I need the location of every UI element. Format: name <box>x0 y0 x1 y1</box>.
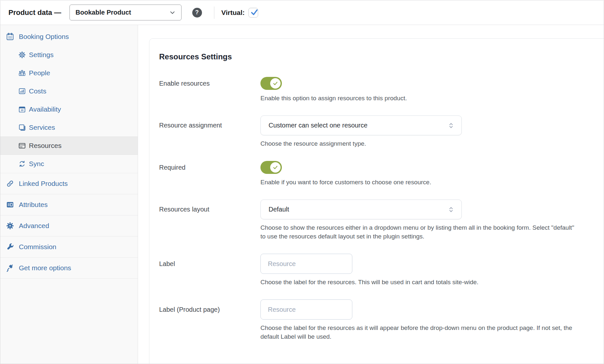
product-type-select[interactable]: Bookable Product <box>69 5 182 20</box>
sidebar-item-settings[interactable]: Settings <box>0 46 138 64</box>
sync-icon <box>18 160 26 168</box>
gear-solid-icon <box>6 222 14 230</box>
calendar-icon <box>6 32 14 41</box>
label-row: Label Choose the label for the resources… <box>159 254 604 286</box>
label-label: Label <box>159 254 260 274</box>
window-stack-icon <box>18 124 26 131</box>
resource-assignment-description: Choose the resource assignment type. <box>260 139 580 148</box>
help-icon-glyph: ? <box>195 9 199 16</box>
people-icon <box>18 69 26 77</box>
sidebar-item-label: Advanced <box>19 222 49 230</box>
resource-assignment-row: Resource assignment Customer can select … <box>159 115 604 148</box>
enable-resources-toggle[interactable] <box>260 77 282 90</box>
enable-resources-description: Enable this option to assign resources t… <box>260 94 580 103</box>
resource-assignment-select-value: Customer can select one resource <box>269 122 368 129</box>
checkmark-icon <box>272 164 278 170</box>
label-product-page-label: Label (Product page) <box>159 299 260 320</box>
sidebar-item-label: Availability <box>29 105 61 113</box>
enable-resources-row: Enable resources Enable this option to a… <box>159 77 604 103</box>
resources-layout-label: Resources layout <box>159 200 260 219</box>
label-description: Choose the label for the resources. This… <box>260 278 580 286</box>
sidebar-item-label: Resources <box>29 142 61 150</box>
sidebar-item-services[interactable]: Services <box>0 118 138 137</box>
chevron-down-icon <box>169 9 176 16</box>
virtual-label: Virtual: <box>221 9 245 17</box>
resources-layout-row: Resources layout Default Choose to show … <box>159 200 604 241</box>
checkmark-icon <box>272 80 278 86</box>
sidebar-item-advanced[interactable]: Advanced <box>0 215 138 236</box>
toggle-knob <box>270 78 281 89</box>
attributes-icon <box>6 200 14 209</box>
resources-layout-select[interactable]: Default <box>260 200 462 219</box>
calendar-date-icon: 10 <box>18 105 26 113</box>
product-type-select-value: Bookable Product <box>76 9 131 16</box>
sidebar-item-sync[interactable]: Sync <box>0 155 138 173</box>
required-label: Required <box>159 161 260 174</box>
enable-resources-label: Enable resources <box>159 77 260 90</box>
sidebar-item-label: Booking Options <box>19 33 69 41</box>
required-toggle[interactable] <box>260 161 282 174</box>
sidebar-item-booking-options[interactable]: Booking Options <box>0 28 138 46</box>
resources-layout-description: Choose to show the resources either in a… <box>260 223 580 241</box>
resources-layout-select-value: Default <box>269 206 289 213</box>
label-product-page-input[interactable] <box>260 299 352 320</box>
label-product-page-description: Choose the label for the resources as it… <box>260 323 580 341</box>
sidebar-item-label: Services <box>29 124 55 131</box>
resource-assignment-select[interactable]: Customer can select one resource <box>260 115 462 135</box>
gear-icon <box>18 51 26 59</box>
product-data-metabox: Product data — Bookable Product ? Virtua… <box>0 0 604 364</box>
sidebar: Booking OptionsSettingsPeopleCosts10Avai… <box>0 25 138 364</box>
sidebar-item-attributes[interactable]: Attributes <box>0 194 138 215</box>
wrench-icon <box>6 243 14 251</box>
toggle-knob <box>270 162 281 173</box>
sidebar-item-label: Attributes <box>19 201 48 209</box>
chevron-up-down-icon <box>447 122 455 129</box>
sidebar-item-costs[interactable]: Costs <box>0 82 138 100</box>
sidebar-divider <box>0 278 138 279</box>
sidebar-item-label: Get more options <box>19 264 71 272</box>
required-description: Enable if you want to force customers to… <box>260 178 580 187</box>
sidebar-item-label: Sync <box>29 160 44 168</box>
link-icon <box>6 179 14 188</box>
checkmark-icon <box>249 7 259 18</box>
sidebar-item-availability[interactable]: 10Availability <box>0 100 138 118</box>
sidebar-item-label: Costs <box>29 87 46 95</box>
page-title: Product data — <box>8 8 61 17</box>
virtual-checkbox[interactable] <box>248 8 258 18</box>
sidebar-item-label: Linked Products <box>19 180 68 188</box>
label-product-page-row: Label (Product page) Choose the label fo… <box>159 299 604 341</box>
resources-settings-panel: Resources Settings Enable resources Enab… <box>149 38 604 364</box>
product-data-body: Booking OptionsSettingsPeopleCosts10Avai… <box>0 25 604 364</box>
sidebar-item-people[interactable]: People <box>0 64 138 82</box>
sidebar-item-resources[interactable]: Resources <box>0 137 138 155</box>
sidebar-item-get-more-options[interactable]: Get more options <box>0 258 138 278</box>
sidebar-item-commission[interactable]: Commission <box>0 237 138 257</box>
plug-icon <box>6 264 14 272</box>
sidebar-item-label: Settings <box>29 51 54 59</box>
card-icon <box>18 142 26 150</box>
sidebar-item-linked-products[interactable]: Linked Products <box>0 173 138 194</box>
sidebar-item-label: Commission <box>19 243 57 251</box>
bar-chart-icon <box>18 87 26 95</box>
main-area: Resources Settings Enable resources Enab… <box>138 25 604 364</box>
chevron-up-down-icon <box>447 206 455 213</box>
product-data-header: Product data — Bookable Product ? Virtua… <box>0 0 604 25</box>
required-row: Required Enable if you want to force cus… <box>159 161 604 187</box>
svg-text:10: 10 <box>21 109 23 112</box>
label-input[interactable] <box>260 254 352 274</box>
help-icon[interactable]: ? <box>192 8 202 18</box>
resource-assignment-label: Resource assignment <box>159 115 260 135</box>
header-divider <box>214 6 214 19</box>
sidebar-item-label: People <box>29 69 50 77</box>
panel-title: Resources Settings <box>159 52 604 61</box>
